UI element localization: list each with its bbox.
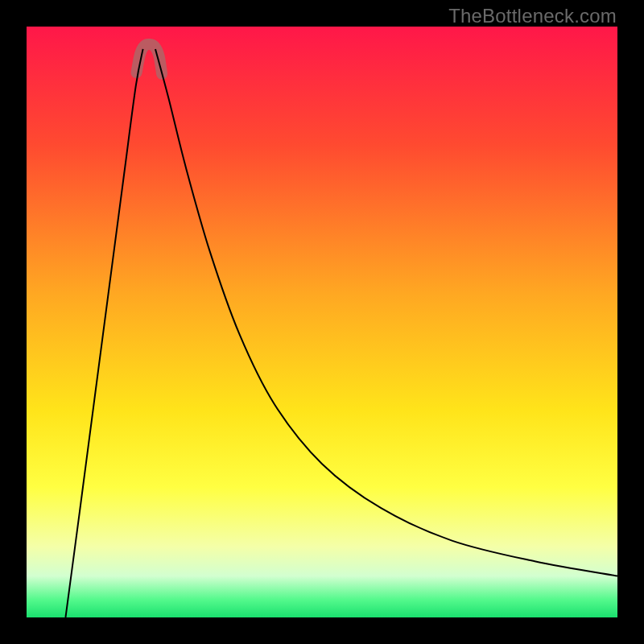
watermark-text: TheBottleneck.com <box>448 5 617 27</box>
curve-layer <box>27 27 617 617</box>
series-left-branch <box>65 49 142 617</box>
chart-frame: TheBottleneck.com <box>0 0 644 644</box>
series-right-branch <box>155 49 617 576</box>
plot-area <box>27 27 617 617</box>
